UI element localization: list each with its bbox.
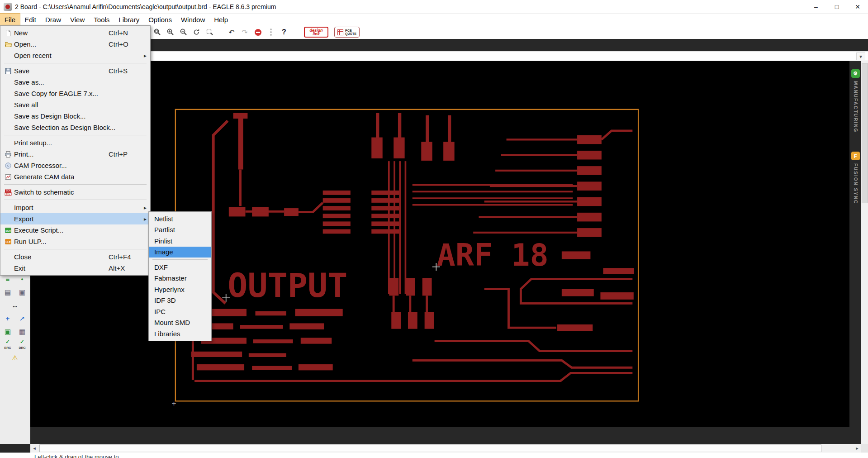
export-item-hyperlynx[interactable]: Hyperlynx — [149, 284, 211, 295]
mirror-icon[interactable]: ↔ — [9, 300, 21, 311]
menu-item-open-recent[interactable]: Open recent ▸ — [0, 50, 150, 61]
minimize-button[interactable]: – — [806, 0, 826, 13]
menu-separator — [4, 200, 147, 200]
board-text-arf18: ARF 18 — [437, 237, 549, 273]
cam-disc-icon — [2, 162, 14, 169]
printer-icon — [2, 151, 14, 158]
export-item-partlist[interactable]: Partlist — [149, 224, 211, 236]
zoom-select-icon[interactable] — [204, 27, 215, 38]
menu-item-switch-to-schematic[interactable]: SCHBRD Switch to schematic — [0, 186, 150, 198]
close-button[interactable]: ✕ — [847, 0, 868, 13]
menu-edit[interactable]: Edit — [20, 14, 41, 25]
help-icon[interactable]: ? — [279, 27, 289, 38]
scr-badge-icon: SCR — [2, 227, 14, 234]
warning-icon[interactable]: ⚠ — [9, 353, 21, 363]
sheet-icon[interactable]: ▤ — [2, 287, 14, 298]
menu-draw[interactable]: Draw — [41, 14, 66, 25]
menu-item-save-selection-design-block[interactable]: Save Selection as Design Block... — [0, 122, 150, 133]
menu-item-save[interactable]: Save Ctrl+S — [0, 65, 150, 76]
route-icon[interactable]: ↗ — [16, 313, 28, 324]
menu-view[interactable]: View — [66, 14, 89, 25]
scroll-left-arrow-icon[interactable]: ◂ — [30, 444, 38, 453]
design-link-button[interactable]: design link — [304, 27, 328, 38]
file-menu: New Ctrl+N Open... Ctrl+O Open recent ▸ … — [0, 25, 151, 276]
menu-item-execute-script[interactable]: SCR Execute Script... — [0, 224, 150, 236]
save-floppy-icon — [2, 67, 14, 75]
horizontal-scrollbar-thumb[interactable] — [39, 444, 821, 452]
horizontal-scrollbar-track[interactable] — [38, 444, 853, 453]
svg-text:SCH: SCH — [6, 190, 10, 192]
menu-item-cam-processor[interactable]: CAM Processor... — [0, 160, 150, 171]
export-item-fabmaster[interactable]: Fabmaster — [149, 273, 211, 284]
menu-item-import[interactable]: Import ▸ — [0, 202, 150, 213]
menu-options[interactable]: Options — [144, 14, 176, 25]
menu-help[interactable]: Help — [209, 14, 232, 25]
menu-item-print[interactable]: Print... Ctrl+P — [0, 148, 150, 160]
export-submenu: Netlist Partlist Pinlist Image DXF Fabma… — [148, 211, 212, 341]
drc-button[interactable]: ✓ DRC — [16, 339, 28, 350]
export-item-libraries[interactable]: Libraries — [149, 328, 211, 339]
export-item-netlist[interactable]: Netlist — [149, 213, 211, 224]
manufacturing-label: MANUFACTURING — [853, 81, 858, 133]
fusion-sync-icon: F — [851, 152, 860, 160]
window-controls: – □ ✕ — [806, 0, 868, 13]
svg-text:SCR: SCR — [5, 229, 11, 232]
submenu-arrow-icon: ▸ — [141, 52, 147, 59]
move-icon[interactable]: + — [2, 313, 14, 324]
menu-item-save-all[interactable]: Save all — [0, 99, 150, 110]
zoom-in-icon[interactable] — [165, 27, 176, 38]
submenu-arrow-icon: ▸ — [141, 205, 147, 211]
menu-item-close[interactable]: Close Ctrl+F4 — [0, 251, 150, 262]
tab-manufacturing[interactable]: ⚙ MANUFACTURING — [851, 69, 860, 133]
tab-fusion-sync[interactable]: F FUSION SYNC — [851, 152, 860, 204]
export-item-image[interactable]: Image — [149, 247, 211, 258]
grid-icon[interactable]: ▦ — [16, 326, 28, 337]
drc-check-icon: ✓ — [20, 339, 24, 345]
design-link-label-2: link — [313, 32, 320, 36]
pcb-board: OUTPUT ARF 18 — [175, 109, 639, 402]
menu-separator — [4, 135, 147, 135]
horizontal-scrollbar[interactable]: ◂ ▸ — [30, 444, 861, 453]
menu-item-run-ulp[interactable]: ULP Run ULP... — [0, 236, 150, 247]
menu-item-save-as-design-block[interactable]: Save as Design Block... — [0, 110, 150, 122]
export-item-ipc[interactable]: IPC — [149, 306, 211, 317]
menu-window[interactable]: Window — [176, 14, 209, 25]
menu-tools[interactable]: Tools — [89, 14, 114, 25]
vertical-scrollbar[interactable] — [861, 61, 868, 444]
manufacturing-icon: ⚙ — [851, 69, 860, 78]
pcb-quote-button[interactable]: PCB QUOTE — [334, 27, 360, 38]
vertical-scrollbar-thumb[interactable] — [862, 63, 868, 203]
export-item-pinlist[interactable]: Pinlist — [149, 235, 211, 247]
menu-file[interactable]: File — [0, 14, 20, 25]
open-folder-icon — [2, 41, 14, 48]
menu-item-generate-cam-data[interactable]: Generate CAM data — [0, 171, 150, 182]
zoom-redraw-icon[interactable] — [191, 27, 202, 38]
fill-icon[interactable]: ▣ — [2, 326, 14, 337]
zoom-out-icon[interactable] — [178, 27, 189, 38]
redo-icon[interactable]: ↷ — [239, 27, 250, 38]
cam-data-icon — [2, 173, 14, 181]
menu-item-save-copy-eagle7[interactable]: Save Copy for EAGLE 7.x... — [0, 88, 150, 99]
menu-item-new[interactable]: New Ctrl+N — [0, 27, 150, 38]
stop-icon[interactable] — [252, 27, 263, 38]
scroll-right-arrow-icon[interactable]: ▸ — [853, 444, 861, 453]
export-item-dxf[interactable]: DXF — [149, 262, 211, 273]
menu-item-open[interactable]: Open... Ctrl+O — [0, 38, 150, 50]
board-text-output: OUTPUT — [228, 266, 347, 305]
svg-text:ULP: ULP — [6, 240, 11, 243]
export-item-idf-3d[interactable]: IDF 3D — [149, 295, 211, 306]
pcb-grid-icon — [337, 29, 343, 35]
menu-library[interactable]: Library — [114, 14, 144, 25]
signal-lights-icon[interactable] — [266, 27, 276, 38]
menu-item-print-setup[interactable]: Print setup... — [0, 137, 150, 148]
menu-item-export[interactable]: Export ▸ — [0, 213, 150, 224]
menu-item-save-as[interactable]: Save as... — [0, 76, 150, 88]
undo-icon[interactable]: ↶ — [226, 27, 237, 38]
export-item-mount-smd[interactable]: Mount SMD — [149, 317, 211, 329]
dropdown-arrow-icon[interactable]: ▾ — [856, 52, 865, 60]
erc-button[interactable]: ✓ ERC — [2, 339, 14, 350]
maximize-button[interactable]: □ — [826, 0, 847, 13]
zoom-fit-icon[interactable] — [152, 27, 163, 38]
tag-icon[interactable]: ▣ — [16, 287, 28, 298]
menu-item-exit[interactable]: Exit Alt+X — [0, 262, 150, 274]
